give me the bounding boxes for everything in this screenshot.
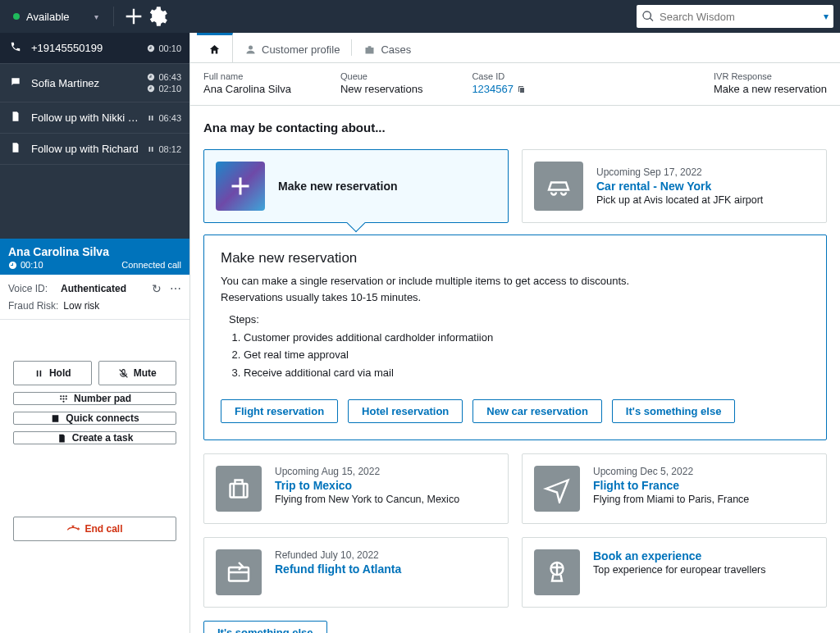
car-icon bbox=[534, 162, 583, 211]
settings-button[interactable] bbox=[145, 5, 168, 28]
action-hotel-reservation[interactable]: Hotel reservation bbox=[348, 399, 463, 423]
phone-icon bbox=[8, 41, 23, 55]
action-new-car-reservation[interactable]: New car reservation bbox=[472, 399, 602, 423]
contact-label: +19145550199 bbox=[31, 42, 139, 54]
wisdom-search-input[interactable] bbox=[655, 11, 824, 23]
svg-point-4 bbox=[62, 398, 64, 399]
step-item: Get real time approval bbox=[244, 346, 810, 363]
plane-icon bbox=[534, 466, 580, 512]
card-desc: Pick up at Avis located at JFK airport bbox=[596, 194, 763, 206]
card-flight-france[interactable]: Upcoming Dec 5, 2022 Flight to France Fl… bbox=[522, 453, 827, 524]
card-title: Refund flight to Atlanta bbox=[275, 562, 401, 576]
full-name-label: Full name bbox=[203, 71, 291, 81]
tab-customer-profile[interactable]: Customer profile bbox=[233, 33, 351, 62]
voice-id-label: Voice ID: bbox=[8, 283, 56, 294]
intent-detail-panel: Make new reservation You can make a sing… bbox=[203, 235, 827, 440]
full-name-value: Ana Carolina Silva bbox=[203, 83, 291, 95]
card-meta: Upcoming Aug 15, 2022 bbox=[275, 466, 459, 477]
chat-icon bbox=[8, 76, 23, 90]
contact-timer: 08:12 bbox=[158, 144, 181, 154]
intent-card-car-rental[interactable]: Upcoming Sep 17, 2022 Car rental - New Y… bbox=[522, 149, 827, 223]
intent-heading: Ana may be contacting about... bbox=[203, 121, 827, 134]
action-something-else[interactable]: It's something else bbox=[612, 399, 736, 423]
intent-title: Make new reservation bbox=[278, 180, 398, 193]
panel-title: Make new reservation bbox=[221, 250, 810, 266]
svg-point-0 bbox=[60, 395, 62, 397]
pause-icon bbox=[147, 145, 155, 153]
agent-status-label: Available bbox=[26, 11, 70, 23]
task-icon bbox=[8, 142, 23, 156]
svg-point-1 bbox=[62, 395, 64, 397]
queue-value: New reservations bbox=[340, 83, 422, 95]
svg-point-2 bbox=[66, 395, 67, 397]
clock-icon bbox=[147, 44, 155, 52]
main-panel: Customer profile Cases Full name Ana Car… bbox=[190, 33, 840, 633]
panel-text-2: Reservations usually takes 10-15 minutes… bbox=[221, 289, 810, 306]
home-icon bbox=[208, 43, 221, 56]
briefcase-icon bbox=[363, 43, 376, 56]
contact-label: Follow up with Nikki Wolf bbox=[31, 112, 139, 124]
action-flight-reservation[interactable]: Flight reservation bbox=[221, 399, 338, 423]
case-id-label: Case ID bbox=[472, 71, 527, 81]
contact-timer: 02:10 bbox=[158, 84, 181, 93]
card-desc: Flying from New York to Cancun, Mexico bbox=[275, 494, 459, 505]
voice-id-value: Authenticated bbox=[61, 283, 126, 294]
card-title: Trip to Mexico bbox=[275, 479, 459, 492]
card-desc: Top experience for europear travellers bbox=[593, 564, 766, 576]
card-book-experience[interactable]: Book an experience Top experience for eu… bbox=[522, 537, 827, 608]
task-icon bbox=[57, 433, 67, 444]
copy-icon[interactable] bbox=[517, 84, 527, 94]
tab-label: Customer profile bbox=[262, 43, 340, 56]
end-call-label: End call bbox=[84, 523, 122, 535]
card-meta: Upcoming Dec 5, 2022 bbox=[593, 466, 749, 477]
top-bar: Available ▾ ▾ bbox=[0, 0, 840, 33]
status-indicator-icon bbox=[13, 13, 20, 20]
wallet-icon bbox=[216, 549, 262, 595]
new-contact-button[interactable] bbox=[122, 5, 145, 28]
clock-icon bbox=[8, 261, 17, 270]
contact-item-task[interactable]: Follow up with Richard 08:12 bbox=[0, 134, 189, 165]
intent-card-new-reservation[interactable]: Make new reservation bbox=[203, 149, 509, 223]
contact-item-chat[interactable]: Sofia Martinez 06:43 02:10 bbox=[0, 64, 189, 102]
tab-home[interactable] bbox=[197, 33, 233, 62]
pause-icon bbox=[34, 368, 44, 379]
step-item: Receive additional card via mail bbox=[244, 364, 810, 381]
card-title: Car rental - New York bbox=[596, 180, 763, 193]
hold-button[interactable]: Hold bbox=[13, 361, 92, 385]
active-contact-name: Ana Carolina Silva bbox=[8, 245, 181, 258]
plus-tile-icon bbox=[216, 162, 265, 211]
contact-timer: 00:10 bbox=[158, 43, 181, 53]
case-id-link[interactable]: 1234567 bbox=[472, 83, 527, 95]
card-refund-atlanta[interactable]: Refunded July 10, 2022 Refund flight to … bbox=[203, 537, 509, 608]
dialpad-icon bbox=[58, 394, 69, 404]
quick-connects-button[interactable]: Quick connects bbox=[13, 412, 176, 425]
queue-label: Queue bbox=[340, 71, 422, 81]
svg-point-7 bbox=[249, 46, 253, 50]
tab-cases[interactable]: Cases bbox=[352, 33, 422, 62]
card-meta: Refunded July 10, 2022 bbox=[275, 549, 401, 561]
contact-item-phone[interactable]: +19145550199 00:10 bbox=[0, 33, 189, 64]
end-call-button[interactable]: End call bbox=[13, 517, 176, 541]
svg-rect-8 bbox=[231, 484, 248, 498]
phone-off-icon bbox=[66, 524, 80, 534]
divider bbox=[113, 7, 114, 26]
chevron-down-icon[interactable]: ▾ bbox=[824, 11, 829, 22]
contact-timer: 06:43 bbox=[158, 72, 181, 82]
task-icon bbox=[8, 111, 23, 125]
more-icon[interactable]: ⋯ bbox=[170, 282, 181, 295]
ivr-value: Make a new reservation bbox=[714, 83, 827, 95]
card-title: Flight to France bbox=[593, 479, 749, 492]
agent-status-dropdown[interactable]: Available ▾ bbox=[7, 7, 105, 26]
something-else-button[interactable]: It's something else bbox=[203, 621, 327, 633]
mute-button[interactable]: Mute bbox=[98, 361, 177, 385]
svg-point-5 bbox=[66, 398, 67, 399]
step-item: Customer provides additional cardholder … bbox=[244, 329, 810, 346]
number-pad-button[interactable]: Number pad bbox=[13, 392, 176, 405]
wisdom-search[interactable]: ▾ bbox=[637, 5, 833, 28]
card-desc: Flying from Miami to Paris, France bbox=[593, 494, 749, 505]
chevron-down-icon: ▾ bbox=[94, 12, 98, 21]
contact-item-task[interactable]: Follow up with Nikki Wolf 06:43 bbox=[0, 102, 189, 134]
create-task-button[interactable]: Create a task bbox=[13, 431, 176, 444]
refresh-icon[interactable]: ↻ bbox=[152, 282, 162, 295]
card-trip-mexico[interactable]: Upcoming Aug 15, 2022 Trip to Mexico Fly… bbox=[203, 453, 509, 524]
